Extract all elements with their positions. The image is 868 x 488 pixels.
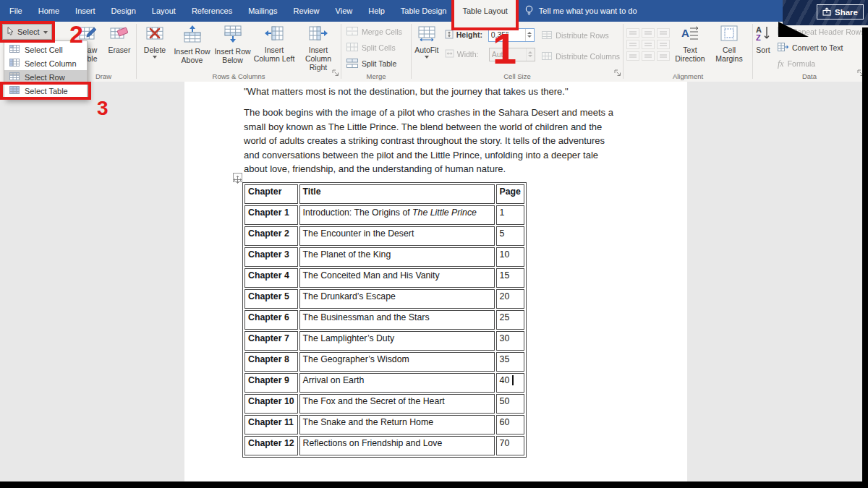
delete-button[interactable]: Delete: [138, 22, 171, 69]
chapter-table-body: Chapter Title Page Chapter 1Introduction…: [244, 184, 524, 455]
page-cell[interactable]: 5: [496, 226, 524, 246]
text-direction-button[interactable]: A Text Direction: [670, 22, 710, 69]
cell-margins-button[interactable]: Cell Margins: [710, 22, 748, 69]
menu-item-select-column[interactable]: Select Column: [4, 56, 87, 70]
cell-align-button[interactable]: [626, 28, 639, 38]
page-cell[interactable]: 70: [496, 436, 524, 455]
page-cell[interactable]: 1: [496, 205, 524, 225]
chapter-cell[interactable]: Chapter 12: [244, 436, 298, 455]
cell-align-button[interactable]: [642, 40, 655, 49]
eraser-button[interactable]: Eraser: [104, 22, 135, 69]
page-cell[interactable]: 50: [496, 394, 524, 414]
title-cell[interactable]: Introduction: The Origins of The Little …: [299, 205, 495, 225]
title-cell[interactable]: The Geographer’s Wisdom: [299, 352, 495, 372]
page-cell[interactable]: 15: [496, 268, 524, 288]
page-cell[interactable]: 60: [496, 415, 524, 435]
share-button[interactable]: Share: [817, 4, 864, 20]
autofit-button[interactable]: AutoFit: [413, 22, 441, 69]
page-cell[interactable]: 30: [496, 331, 524, 351]
title-cell[interactable]: The Encounter in the Desert: [299, 226, 495, 246]
table-row: Chapter 11The Snake and the Return Home6…: [244, 415, 524, 435]
title-cell[interactable]: Arrival on Earth: [299, 373, 495, 393]
title-cell[interactable]: The Drunkard’s Escape: [299, 289, 495, 309]
split-cells-button[interactable]: Split Cells: [344, 40, 411, 55]
chapter-cell[interactable]: Chapter 8: [244, 352, 298, 372]
page-cell[interactable]: 40: [496, 373, 524, 393]
insert-column-left-button[interactable]: Insert Column Left: [252, 22, 296, 69]
chapter-cell[interactable]: Chapter 1: [244, 205, 298, 225]
table-move-handle-icon[interactable]: [233, 173, 242, 182]
chapter-cell[interactable]: Chapter 5: [244, 289, 298, 309]
document-page[interactable]: "What matters most is not the destinatio…: [184, 82, 687, 481]
document-area[interactable]: "What matters most is not the destinatio…: [0, 82, 868, 481]
width-input[interactable]: [490, 48, 526, 61]
page-cell[interactable]: 20: [496, 289, 524, 309]
chapter-cell[interactable]: Chapter 4: [244, 268, 298, 288]
insert-row-below-button[interactable]: Insert Row Below: [213, 22, 252, 69]
title-cell[interactable]: The Lamplighter’s Duty: [299, 331, 495, 351]
tab-review[interactable]: Review: [286, 0, 328, 22]
chapter-cell[interactable]: Chapter 3: [244, 247, 298, 267]
menu-item-select-cell[interactable]: Select Cell: [4, 43, 87, 56]
header-chapter[interactable]: Chapter: [244, 184, 298, 204]
title-cell[interactable]: The Conceited Man and His Vanity: [299, 268, 495, 288]
header-title[interactable]: Title: [299, 184, 495, 204]
insert-column-right-button[interactable]: Insert Column Right: [296, 22, 341, 69]
chapter-cell[interactable]: Chapter 11: [244, 415, 298, 435]
tab-design[interactable]: Design: [103, 0, 144, 22]
table-row: Chapter 5The Drunkard’s Escape20: [244, 289, 524, 309]
chapter-cell[interactable]: Chapter 7: [244, 331, 298, 351]
tab-mailings[interactable]: Mailings: [240, 0, 285, 22]
title-cell[interactable]: The Businessman and the Stars: [299, 310, 495, 330]
body-paragraph: The book begins with the image of a pilo…: [244, 106, 623, 176]
tell-me[interactable]: Tell me what you want to do: [524, 0, 637, 22]
tab-help[interactable]: Help: [360, 0, 393, 22]
header-page[interactable]: Page: [496, 184, 524, 204]
chapter-cell[interactable]: Chapter 6: [244, 310, 298, 330]
title-cell[interactable]: The Planet of the King: [299, 247, 495, 267]
page-cell[interactable]: 25: [496, 310, 524, 330]
tab-layout[interactable]: Layout: [144, 0, 184, 22]
cell-align-button[interactable]: [657, 51, 670, 61]
cell-align-button[interactable]: [626, 51, 639, 61]
tab-references[interactable]: References: [184, 0, 240, 22]
split-table-button[interactable]: Split Table: [344, 56, 411, 71]
cell-size-dialog-launcher[interactable]: [614, 67, 621, 80]
chapter-cell[interactable]: Chapter 10: [244, 394, 298, 414]
tab-insert[interactable]: Insert: [67, 0, 103, 22]
menu-item-select-row[interactable]: Select Row: [4, 70, 87, 84]
title-cell[interactable]: Reflections on Friendship and Love: [299, 436, 495, 455]
cell-align-button[interactable]: [642, 51, 655, 61]
height-spinner[interactable]: [525, 29, 534, 41]
convert-to-text-button[interactable]: Convert to Text: [775, 40, 867, 55]
title-cell[interactable]: The Fox and the Secret of the Heart: [299, 394, 495, 414]
height-input[interactable]: [489, 29, 525, 41]
cell-align-button[interactable]: [657, 40, 670, 49]
insert-row-above-button[interactable]: Insert Row Above: [171, 22, 213, 69]
title-cell[interactable]: The Snake and the Return Home: [299, 415, 495, 435]
cell-align-button[interactable]: [626, 40, 639, 49]
merge-cells-button[interactable]: Merge Cells: [344, 25, 411, 39]
width-spinner[interactable]: [526, 48, 535, 61]
chapters-table[interactable]: Chapter Title Page Chapter 1Introduction…: [242, 182, 527, 458]
chapter-cell[interactable]: Chapter 9: [244, 373, 298, 393]
tab-table-design[interactable]: Table Design: [393, 0, 455, 22]
distribute-rows-button[interactable]: Distribute Rows: [539, 28, 623, 43]
cell-align-button[interactable]: [642, 28, 655, 38]
chapter-cell[interactable]: Chapter 2: [244, 226, 298, 246]
tab-view[interactable]: View: [328, 0, 361, 22]
page-cell[interactable]: 35: [496, 352, 524, 372]
menu-item-select-table[interactable]: Select Table: [4, 84, 87, 98]
sort-button[interactable]: AZ Sort: [754, 22, 772, 69]
page-cell[interactable]: 10: [496, 247, 524, 267]
distribute-columns-button[interactable]: Distribute Columns: [539, 49, 623, 64]
rows-columns-dialog-launcher[interactable]: [332, 67, 339, 80]
tab-table-layout[interactable]: Table Layout: [454, 0, 515, 22]
tab-file[interactable]: File: [1, 0, 30, 22]
cell-align-button[interactable]: [657, 28, 670, 38]
formula-button[interactable]: fx Formula: [775, 56, 867, 71]
eraser-icon: [110, 25, 129, 43]
tab-home[interactable]: Home: [30, 0, 67, 22]
ribbon: Select Draw Table E: [0, 22, 868, 82]
select-button[interactable]: Select: [2, 24, 52, 40]
